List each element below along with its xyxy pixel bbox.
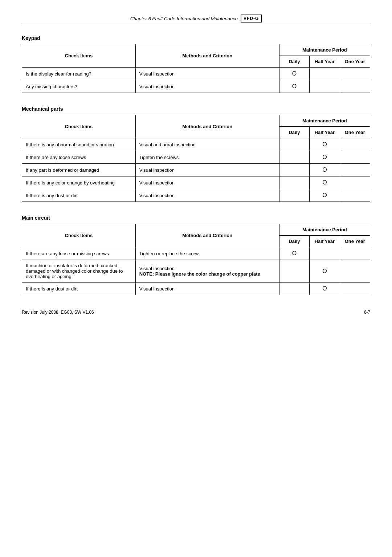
half-mark: O — [310, 151, 340, 164]
table-row: If there is any abnormal sound or vibrat… — [22, 138, 370, 151]
daily-mark: O — [279, 80, 309, 93]
table-row: Any missing characters? Visual inspectio… — [22, 80, 370, 93]
method-item: Visual and aural inspection — [135, 138, 279, 151]
main-circuit-daily-header: Daily — [279, 236, 309, 247]
check-item: If there is any color change by overheat… — [22, 176, 136, 189]
table-row: Is the display clear for reading? Visual… — [22, 68, 370, 80]
check-item: Any missing characters? — [22, 80, 136, 93]
half-mark — [310, 68, 340, 80]
method-item: Visual inspection — [135, 80, 279, 93]
one-mark — [340, 80, 370, 93]
method-item: Visual inspection — [135, 164, 279, 176]
one-mark — [340, 164, 370, 176]
table-row: If there are any loose screws Tighten th… — [22, 151, 370, 164]
mechanical-daily-header: Daily — [279, 127, 309, 138]
check-item: If there are any loose or missing screws — [22, 247, 136, 260]
one-mark — [340, 260, 370, 282]
mechanical-section: Mechanical parts Check Items Methods and… — [22, 106, 370, 202]
brand-logo: VFD-G — [241, 15, 262, 23]
half-mark: O — [310, 282, 340, 295]
main-circuit-check-header: Check Items — [22, 224, 136, 247]
check-item: If there are any loose screws — [22, 151, 136, 164]
half-mark: O — [310, 260, 340, 282]
one-mark — [340, 189, 370, 202]
daily-mark — [279, 260, 309, 282]
chapter-title: Chapter 6 Fault Code Information and Mai… — [130, 16, 238, 21]
page-number: 6-7 — [364, 310, 370, 315]
page-footer: Revision July 2008, EG03, SW V1.06 6-7 — [22, 310, 370, 315]
method-item: Visual inspection — [135, 189, 279, 202]
keypad-check-header: Check Items — [22, 44, 136, 68]
one-mark — [340, 138, 370, 151]
method-item: Visual inspection — [135, 282, 279, 295]
revision-info: Revision July 2008, EG03, SW V1.06 — [22, 310, 94, 315]
half-mark: O — [310, 189, 340, 202]
check-item: If machine or insulator is deformed, cra… — [22, 260, 136, 282]
keypad-title: Keypad — [22, 35, 370, 41]
page-header: Chapter 6 Fault Code Information and Mai… — [22, 15, 370, 25]
half-mark: O — [310, 164, 340, 176]
half-mark: O — [310, 176, 340, 189]
main-circuit-title: Main circuit — [22, 215, 370, 221]
main-circuit-one-header: One Year — [340, 236, 370, 247]
keypad-daily-header: Daily — [279, 56, 309, 68]
keypad-table: Check Items Methods and Criterion Mainte… — [22, 44, 370, 93]
daily-mark — [279, 189, 309, 202]
main-circuit-half-header: Half Year — [310, 236, 340, 247]
daily-mark — [279, 282, 309, 295]
one-mark — [340, 282, 370, 295]
method-item: Visual inspection — [135, 176, 279, 189]
main-circuit-table: Check Items Methods and Criterion Mainte… — [22, 224, 370, 295]
daily-mark — [279, 138, 309, 151]
keypad-half-header: Half Year — [310, 56, 340, 68]
keypad-body: Is the display clear for reading? Visual… — [22, 68, 370, 93]
main-circuit-method-header: Methods and Criterion — [135, 224, 279, 247]
mechanical-body: If there is any abnormal sound or vibrat… — [22, 138, 370, 202]
method-note: NOTE: Please ignore the color change of … — [139, 271, 260, 277]
daily-mark: O — [279, 247, 309, 260]
check-item: If there is any dust or dirt — [22, 189, 136, 202]
table-row: If there is any dust or dirt Visual insp… — [22, 189, 370, 202]
check-item: If any part is deformed or damaged — [22, 164, 136, 176]
daily-mark — [279, 176, 309, 189]
daily-mark — [279, 164, 309, 176]
keypad-header-row-1: Check Items Methods and Criterion Mainte… — [22, 44, 370, 56]
check-item: Is the display clear for reading? — [22, 68, 136, 80]
check-item: If there is any dust or dirt — [22, 282, 136, 295]
half-mark — [310, 80, 340, 93]
mechanical-check-header: Check Items — [22, 115, 136, 138]
table-row: If any part is deformed or damaged Visua… — [22, 164, 370, 176]
half-mark: O — [310, 138, 340, 151]
table-row: If there is any color change by overheat… — [22, 176, 370, 189]
one-mark — [340, 247, 370, 260]
method-item: Tighten or replace the screw — [135, 247, 279, 260]
keypad-section: Keypad Check Items Methods and Criterion… — [22, 35, 370, 93]
method-item: Visual inspectionNOTE: Please ignore the… — [135, 260, 279, 282]
mechanical-table: Check Items Methods and Criterion Mainte… — [22, 115, 370, 202]
one-mark — [340, 68, 370, 80]
method-item: Visual inspection — [135, 68, 279, 80]
check-item: If there is any abnormal sound or vibrat… — [22, 138, 136, 151]
main-circuit-header-row-1: Check Items Methods and Criterion Mainte… — [22, 224, 370, 236]
table-row: If there are any loose or missing screws… — [22, 247, 370, 260]
daily-mark: O — [279, 68, 309, 80]
mechanical-half-header: Half Year — [310, 127, 340, 138]
one-mark — [340, 151, 370, 164]
main-circuit-body: If there are any loose or missing screws… — [22, 247, 370, 295]
method-item: Tighten the screws — [135, 151, 279, 164]
keypad-one-header: One Year — [340, 56, 370, 68]
keypad-method-header: Methods and Criterion — [135, 44, 279, 68]
table-row: If there is any dust or dirt Visual insp… — [22, 282, 370, 295]
mechanical-maintenance-header: Maintenance Period — [279, 115, 370, 127]
daily-mark — [279, 151, 309, 164]
table-row: If machine or insulator is deformed, cra… — [22, 260, 370, 282]
main-circuit-maintenance-header: Maintenance Period — [279, 224, 370, 236]
keypad-maintenance-header: Maintenance Period — [279, 44, 370, 56]
mechanical-header-row-1: Check Items Methods and Criterion Mainte… — [22, 115, 370, 127]
mechanical-title: Mechanical parts — [22, 106, 370, 112]
mechanical-method-header: Methods and Criterion — [135, 115, 279, 138]
half-mark — [310, 247, 340, 260]
main-circuit-section: Main circuit Check Items Methods and Cri… — [22, 215, 370, 295]
one-mark — [340, 176, 370, 189]
mechanical-one-header: One Year — [340, 127, 370, 138]
